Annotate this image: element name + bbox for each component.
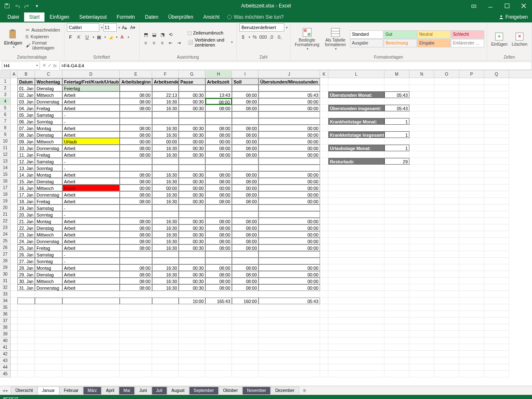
cell[interactable]	[11, 118, 17, 125]
cell[interactable]: 08:00	[120, 171, 152, 178]
cell[interactable]	[152, 165, 179, 171]
cell[interactable]	[320, 344, 328, 351]
cell[interactable]	[409, 231, 434, 238]
cell[interactable]: 08:00	[120, 198, 152, 204]
cell[interactable]	[232, 318, 259, 324]
cell[interactable]	[11, 324, 17, 331]
cell[interactable]	[459, 337, 484, 344]
cell[interactable]	[17, 291, 35, 298]
cell[interactable]	[384, 111, 409, 118]
cell[interactable]: 08:00	[232, 224, 259, 231]
cell[interactable]	[152, 298, 179, 304]
cell[interactable]	[484, 304, 509, 311]
cell[interactable]: 00:30	[179, 178, 205, 185]
cell[interactable]: 08:00	[232, 98, 259, 105]
cell[interactable]: 06. Jan	[17, 118, 35, 125]
cell[interactable]	[17, 344, 35, 351]
cell[interactable]	[17, 331, 35, 337]
cell[interactable]: Arbeit	[62, 151, 120, 158]
cell[interactable]	[120, 351, 152, 357]
cell[interactable]: 22:13	[152, 91, 179, 98]
orientation-icon[interactable]: ⟲	[167, 31, 175, 38]
cell[interactable]: 08:00	[205, 191, 232, 198]
qat-more-icon[interactable]: ▾	[32, 1, 42, 10]
cell[interactable]	[62, 324, 120, 331]
cell[interactable]	[232, 211, 259, 218]
cell[interactable]: -	[62, 204, 120, 211]
border-button[interactable]: ▦	[95, 33, 103, 41]
bold-button[interactable]: F	[67, 33, 74, 41]
cell[interactable]	[205, 85, 232, 91]
cell[interactable]	[232, 357, 259, 364]
cell[interactable]	[320, 311, 328, 318]
cell[interactable]	[434, 85, 459, 91]
cell[interactable]	[384, 238, 409, 244]
cell[interactable]	[232, 311, 259, 318]
cell[interactable]	[17, 298, 35, 304]
cell[interactable]	[11, 298, 17, 304]
sheet-tab[interactable]: September	[189, 387, 219, 394]
cell[interactable]: 08:00	[232, 178, 259, 185]
cell[interactable]	[205, 204, 232, 211]
cell[interactable]	[384, 211, 409, 218]
cell[interactable]	[328, 185, 384, 191]
cell[interactable]	[259, 251, 320, 258]
cell[interactable]: 16:30	[152, 178, 179, 185]
cell[interactable]	[205, 251, 232, 258]
cell[interactable]	[328, 364, 384, 371]
cell[interactable]	[205, 371, 232, 377]
cell[interactable]	[11, 191, 17, 198]
cell[interactable]	[328, 291, 384, 298]
cell[interactable]	[62, 291, 120, 298]
cell[interactable]: Dienstag	[35, 85, 62, 91]
cell[interactable]	[259, 204, 320, 211]
cell[interactable]	[152, 118, 179, 125]
minimize-icon[interactable]	[482, 0, 499, 12]
fill-color-button[interactable]: ◢	[107, 33, 114, 41]
cell[interactable]	[320, 131, 328, 138]
cell[interactable]: 08:00	[205, 145, 232, 151]
cell[interactable]: 08:00	[120, 238, 152, 244]
cell[interactable]	[459, 271, 484, 278]
cell[interactable]	[459, 351, 484, 357]
cell[interactable]: 29. Jan	[17, 271, 35, 278]
cell[interactable]	[459, 111, 484, 118]
style-cell[interactable]: Eingabe	[417, 39, 451, 47]
cell[interactable]	[459, 231, 484, 238]
cell[interactable]	[459, 331, 484, 337]
cell[interactable]	[152, 371, 179, 377]
cell[interactable]: 08:00	[120, 284, 152, 291]
cell[interactable]: 09. Jan	[17, 138, 35, 145]
cell[interactable]	[320, 324, 328, 331]
row-header[interactable]: 22	[0, 218, 11, 224]
cell[interactable]	[11, 251, 17, 258]
cell[interactable]	[384, 337, 409, 344]
cell[interactable]	[11, 291, 17, 298]
cell[interactable]	[259, 371, 320, 377]
cell[interactable]: 08:00	[120, 278, 152, 284]
cell[interactable]: 08:00	[120, 105, 152, 111]
cell[interactable]: 16:30	[152, 105, 179, 111]
row-header[interactable]: 6	[0, 111, 11, 118]
cell[interactable]	[328, 165, 384, 171]
column-header[interactable]: J	[259, 71, 320, 78]
cell[interactable]	[232, 291, 259, 298]
cell[interactable]	[35, 331, 62, 337]
cell[interactable]	[152, 318, 179, 324]
cell[interactable]	[179, 318, 205, 324]
cell[interactable]	[434, 224, 459, 231]
cell[interactable]	[409, 191, 434, 198]
cell[interactable]	[384, 178, 409, 185]
cell[interactable]	[459, 98, 484, 105]
cell[interactable]	[328, 78, 384, 85]
cell[interactable]	[484, 231, 509, 238]
cell[interactable]: Arbeit	[62, 224, 120, 231]
row-header[interactable]: 20	[0, 204, 11, 211]
cell[interactable]	[409, 344, 434, 351]
cell[interactable]	[434, 278, 459, 284]
cell[interactable]	[409, 311, 434, 318]
cell[interactable]	[384, 138, 409, 145]
cell[interactable]: 08:00	[120, 224, 152, 231]
cell[interactable]	[384, 78, 409, 85]
worksheet-grid[interactable]: ABCDEFGHIJKLMNOPQ 1DatumWochentagFeierta…	[0, 71, 532, 386]
